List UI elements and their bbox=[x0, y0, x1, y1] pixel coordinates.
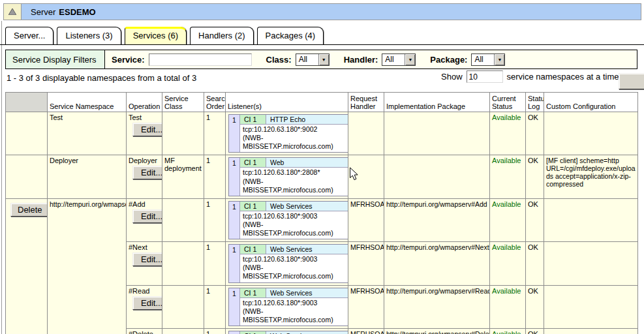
search-order-cell: 1 bbox=[204, 285, 226, 328]
operation-cell: Deployer Edit... bbox=[127, 155, 162, 198]
custom-config-cell bbox=[544, 198, 638, 241]
listener-index: 1 bbox=[229, 331, 240, 334]
header-service-class: Service Class bbox=[162, 93, 204, 112]
status-log-cell: OK bbox=[526, 328, 544, 334]
tab-packages[interactable]: Packages (4) bbox=[257, 27, 324, 44]
table-row: Deployer Deployer Edit... MF deployment … bbox=[6, 155, 638, 198]
header-row-actions bbox=[6, 93, 48, 112]
listener-type: Web bbox=[266, 158, 348, 167]
row-actions-cell: Delete bbox=[6, 198, 48, 334]
apply-count-button[interactable] bbox=[619, 73, 644, 89]
edit-button[interactable]: Edit... bbox=[132, 296, 162, 310]
collapse-button[interactable] bbox=[4, 4, 22, 20]
header-current-status: Current Status bbox=[490, 93, 526, 112]
search-order-cell: 1 bbox=[204, 328, 226, 334]
listeners-cell: 1 CI 1 Web Services tcp:10.120.63.180*:9… bbox=[226, 328, 348, 334]
class-filter-select[interactable]: All ▼ bbox=[296, 53, 330, 66]
status-log-cell: OK bbox=[526, 198, 544, 241]
listener-host: (NWB-MBISSETXP.microfocus.com) bbox=[243, 177, 345, 194]
operation-cell: Test Edit... bbox=[127, 112, 162, 155]
listener-box: 1 CI 1 Web tcp:10.120.63.180*:2808* (NWB… bbox=[228, 157, 348, 196]
listener-box: 1 CI 1 Web Services tcp:10.120.63.180*:9… bbox=[228, 288, 348, 326]
custom-config-cell bbox=[544, 242, 638, 285]
operation-name: #Add bbox=[129, 200, 160, 208]
edit-button[interactable]: Edit... bbox=[132, 252, 162, 266]
current-status-cell: Available bbox=[490, 242, 526, 285]
request-handler-cell bbox=[348, 112, 384, 155]
listener-conn: CI 1 bbox=[240, 288, 266, 297]
current-status-cell: Available bbox=[490, 155, 526, 198]
listener-host: (NWB-MBISSETXP.microfocus.com) bbox=[243, 264, 345, 281]
operation-cell: #Delete Edit... bbox=[127, 328, 162, 334]
listener-host: (NWB-MBISSETXP.microfocus.com) bbox=[243, 220, 345, 237]
listener-host: (NWB-MBISSETXP.microfocus.com) bbox=[243, 307, 345, 324]
listener-box: 1 CI 1 HTTP Echo tcp:10.120.63.180*:9002… bbox=[228, 114, 348, 153]
listener-index: 1 bbox=[229, 202, 240, 239]
service-class-cell bbox=[162, 328, 204, 334]
search-order-cell: 1 bbox=[204, 112, 226, 155]
listener-type: Web Services bbox=[266, 331, 348, 334]
handler-filter-label: Handler: bbox=[344, 55, 378, 65]
namespace-cell: http://tempuri.org/wmapserv bbox=[48, 198, 127, 334]
operation-cell: #Next Edit... bbox=[127, 242, 162, 285]
request-handler-cell: MFRHSOAP bbox=[348, 285, 384, 328]
listeners-cell: 1 CI 1 Web Services tcp:10.120.63.180*:9… bbox=[226, 242, 348, 285]
search-order-cell: 1 bbox=[204, 155, 226, 198]
tab-services[interactable]: Services (6) bbox=[125, 27, 187, 44]
current-status-cell: Available bbox=[490, 328, 526, 334]
tab-listeners[interactable]: Listeners (3) bbox=[57, 27, 121, 44]
tab-server[interactable]: Server... bbox=[5, 27, 54, 44]
service-class-cell bbox=[162, 285, 204, 328]
listeners-cell: 1 CI 1 HTTP Echo tcp:10.120.63.180*:9002… bbox=[226, 112, 348, 155]
service-filter-input[interactable] bbox=[149, 53, 252, 66]
row-actions-cell bbox=[6, 155, 48, 198]
operation-cell: #Add Edit... bbox=[127, 198, 162, 241]
package-filter-value: All bbox=[472, 54, 494, 65]
status-log-cell: OK bbox=[526, 155, 544, 198]
listener-address: tcp:10.120.63.180*:2808* bbox=[243, 168, 345, 177]
service-class-cell bbox=[162, 112, 204, 155]
listener-address: tcp:10.120.63.180*:9003 bbox=[243, 299, 345, 307]
package-filter-select[interactable]: All ▼ bbox=[471, 53, 505, 66]
chevron-down-icon[interactable]: ▼ bbox=[318, 54, 329, 65]
delete-button[interactable]: Delete bbox=[10, 203, 48, 217]
operation-name: #Read bbox=[129, 287, 160, 295]
listener-box: 1 CI 1 Web Services tcp:10.120.63.180*:9… bbox=[228, 244, 348, 282]
listener-address: tcp:10.120.63.180*:9002 bbox=[243, 125, 345, 134]
edit-button[interactable]: Edit... bbox=[132, 123, 162, 136]
operation-name: Deployer bbox=[129, 157, 160, 164]
header-service-namespace: Service Namespace bbox=[48, 93, 127, 112]
operation-name: Test bbox=[129, 114, 160, 121]
service-class-cell bbox=[162, 242, 204, 285]
header-custom-configuration: Custom Configuration bbox=[544, 93, 638, 112]
namespaces-summary: 1 - 3 of 3 displayable namespaces from a… bbox=[7, 73, 196, 83]
implementation-package-cell: http://tempuri.org/wmapserv#Add bbox=[384, 198, 490, 241]
show-count-input[interactable] bbox=[467, 70, 503, 83]
header-status-log: Status Log bbox=[526, 93, 544, 112]
operation-name: #Delete bbox=[129, 330, 160, 334]
listener-index: 1 bbox=[229, 288, 240, 326]
service-class-cell bbox=[162, 198, 204, 241]
chevron-down-icon[interactable]: ▼ bbox=[494, 54, 504, 65]
listener-host: (NWB-MBISSETXP.microfocus.com) bbox=[243, 134, 345, 151]
request-handler-cell: MFRHSOAP bbox=[348, 242, 384, 285]
listener-conn: CI 1 bbox=[240, 245, 266, 254]
service-class-cell: MF deployment bbox=[162, 155, 204, 198]
chevron-down-icon[interactable]: ▼ bbox=[405, 54, 415, 65]
edit-button[interactable]: Edit... bbox=[132, 209, 162, 223]
search-order-cell: 1 bbox=[204, 242, 226, 285]
custom-config-cell bbox=[544, 112, 638, 155]
triangle-up-icon bbox=[8, 8, 16, 15]
handler-filter-value: All bbox=[382, 54, 405, 65]
listener-type: HTTP Echo bbox=[266, 115, 348, 124]
edit-button[interactable]: Edit... bbox=[132, 166, 162, 179]
service-filter-label: Service: bbox=[112, 55, 145, 65]
namespace-cell: Deployer bbox=[48, 155, 127, 198]
show-suffix: service namespaces at a time bbox=[507, 72, 619, 82]
request-handler-cell: MFRHSOAP bbox=[348, 328, 384, 334]
handler-filter-select[interactable]: All ▼ bbox=[382, 53, 416, 66]
tab-handlers[interactable]: Handlers (2) bbox=[190, 27, 254, 44]
header-operation: Operation bbox=[127, 93, 162, 112]
implementation-package-cell: http://tempuri.org/wmapserv#Delete bbox=[384, 328, 490, 334]
status-log-cell: OK bbox=[526, 112, 544, 155]
